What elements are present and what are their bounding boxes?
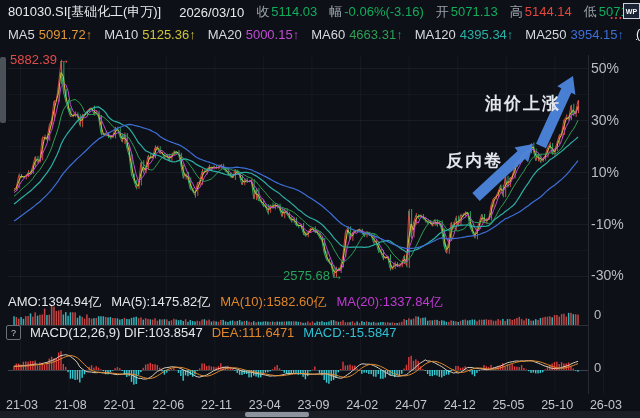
annotation-oil-price: 油价上涨	[485, 92, 561, 115]
stock-chart-app: 801030.SI[基础化工(申万)] 2026/03/10 收5114.03 …	[0, 0, 640, 418]
trend-arrows	[0, 0, 640, 418]
annotation-anti-involution: 反内卷	[446, 149, 503, 172]
